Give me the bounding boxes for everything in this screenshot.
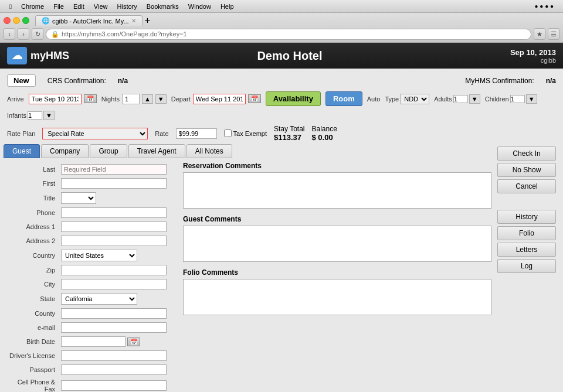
new-tab-btn[interactable]: + xyxy=(145,15,150,26)
tab-company[interactable]: Company xyxy=(41,144,89,158)
folio-btn[interactable]: Folio xyxy=(497,226,556,240)
tab-travel-agent[interactable]: Travel Agent xyxy=(128,144,185,158)
reservation-comments-input[interactable] xyxy=(183,172,491,209)
logo-icon: ☁ xyxy=(7,47,27,64)
adults-input[interactable] xyxy=(453,95,468,103)
nights-stepper-down[interactable]: ▼ xyxy=(155,94,167,104)
settings-btn[interactable]: ☰ xyxy=(548,28,559,40)
drivers-label: Driver's License xyxy=(5,349,57,362)
title-select[interactable]: MrMrsMsDr xyxy=(61,192,96,204)
right-actions-col: Check In No Show Cancel History Folio Le… xyxy=(495,144,559,392)
children-stepper[interactable]: ▼ xyxy=(526,94,537,104)
window-menu[interactable]: Window xyxy=(188,3,211,10)
rate-plan-label: Rate Plan xyxy=(7,130,35,137)
last-label: Last xyxy=(5,163,57,176)
country-label: Country xyxy=(5,248,57,263)
phone-input[interactable] xyxy=(61,207,167,218)
zip-input[interactable] xyxy=(61,265,167,275)
app-name: myHMS xyxy=(30,50,69,62)
no-show-btn[interactable]: No Show xyxy=(497,163,556,177)
guest-comments-block: Guest Comments xyxy=(183,215,491,264)
tax-exempt-label[interactable]: Tax Exempt xyxy=(224,129,267,137)
tab-guest[interactable]: Guest xyxy=(4,144,40,158)
folio-comments-input[interactable] xyxy=(183,279,491,315)
new-btn[interactable]: New xyxy=(7,74,36,87)
children-group: Children ▼ xyxy=(485,94,537,104)
view-menu[interactable]: View xyxy=(94,3,108,10)
first-input[interactable] xyxy=(61,178,167,189)
minimize-window-btn[interactable] xyxy=(13,17,20,24)
city-input[interactable] xyxy=(61,279,167,289)
nights-stepper-up[interactable]: ▲ xyxy=(142,94,153,104)
adults-stepper[interactable]: ▼ xyxy=(469,94,480,104)
availability-btn[interactable]: Availability xyxy=(266,91,321,106)
comments-area: Reservation Comments Guest Comments Foli… xyxy=(183,162,491,392)
edit-menu[interactable]: Edit xyxy=(73,3,84,10)
guest-comments-input[interactable] xyxy=(183,226,491,262)
log-btn[interactable]: Log xyxy=(497,259,556,273)
country-select[interactable]: United States xyxy=(61,250,137,261)
passport-label: Passport xyxy=(5,363,57,376)
last-input[interactable] xyxy=(61,164,167,175)
tab-title: cgibb - AutoClerk Inc. My... xyxy=(52,18,129,25)
forward-btn[interactable]: › xyxy=(18,28,29,40)
tab-close-icon[interactable]: ✕ xyxy=(131,18,136,24)
rate-plan-select[interactable]: Special Rate xyxy=(42,128,148,139)
help-menu[interactable]: Help xyxy=(221,3,234,10)
children-input[interactable] xyxy=(510,95,525,103)
nights-input[interactable] xyxy=(122,94,140,104)
type-group: Type NDD xyxy=(385,94,429,104)
infants-stepper[interactable]: ▼ xyxy=(43,111,55,120)
county-input[interactable] xyxy=(61,308,167,319)
reload-btn[interactable]: ↻ xyxy=(32,28,43,40)
email-input[interactable] xyxy=(61,322,167,333)
bookmarks-menu[interactable]: Bookmarks xyxy=(147,3,179,10)
depart-cal-btn[interactable]: 📅 xyxy=(248,94,261,103)
arrive-cal-btn[interactable]: 📅 xyxy=(84,94,97,103)
letters-btn[interactable]: Letters xyxy=(497,243,556,257)
nights-label: Nights xyxy=(101,96,120,103)
depart-input[interactable] xyxy=(193,94,246,104)
browser-tab[interactable]: 🌐 cgibb - AutoClerk Inc. My... ✕ xyxy=(35,15,143,26)
guest-form-table: Last First Title MrMrsMsDr xyxy=(4,162,179,392)
star-btn[interactable]: ★ xyxy=(534,28,545,40)
file-menu[interactable]: File xyxy=(53,3,64,10)
type-select[interactable]: NDD xyxy=(400,94,429,104)
tab-group[interactable]: Group xyxy=(90,144,127,158)
children-label: Children xyxy=(485,96,509,103)
folio-comments-label: Folio Comments xyxy=(183,268,491,277)
room-btn[interactable]: Room xyxy=(325,91,362,106)
apple-menu[interactable]:  xyxy=(9,3,12,10)
hotel-name: Demo Hotel xyxy=(69,49,510,63)
guest-form: Last First Title MrMrsMsDr xyxy=(4,162,179,392)
url-bar[interactable]: 🔒 https://myhms3.com/OnePage.do?mykey=1 xyxy=(46,29,531,40)
state-label: State xyxy=(5,292,57,306)
nights-group: Nights ▲ ▼ xyxy=(101,94,167,104)
system-icons: ● ● ● ● xyxy=(535,3,554,9)
state-select[interactable]: California xyxy=(61,293,137,305)
tax-exempt-checkbox[interactable] xyxy=(224,129,232,137)
history-btn[interactable]: History xyxy=(497,210,556,224)
rate-input[interactable] xyxy=(176,128,217,139)
address2-input[interactable] xyxy=(61,236,167,246)
check-in-btn[interactable]: Check In xyxy=(497,146,556,161)
address1-input[interactable] xyxy=(61,221,167,232)
conf-bar: New CRS Confirmation: n/a MyHMS Confirma… xyxy=(4,72,559,89)
drivers-input[interactable] xyxy=(61,350,167,361)
mac-topbar:  Chrome File Edit View History Bookmark… xyxy=(0,0,563,13)
passport-input[interactable] xyxy=(61,364,167,375)
close-window-btn[interactable] xyxy=(4,17,11,24)
cancel-btn[interactable]: Cancel xyxy=(497,179,556,193)
arrive-input[interactable] xyxy=(29,94,82,104)
infants-input[interactable] xyxy=(28,111,42,120)
chrome-menu[interactable]: Chrome xyxy=(21,3,44,10)
zip-label: Zip xyxy=(5,264,57,277)
back-btn[interactable]: ‹ xyxy=(4,28,15,40)
stay-total-label: Stay Total $113.37 xyxy=(274,125,304,142)
birthdate-input[interactable] xyxy=(61,336,126,347)
birthdate-cal-btn[interactable]: 📅 xyxy=(127,338,140,346)
cell-input[interactable] xyxy=(61,380,167,391)
history-menu[interactable]: History xyxy=(117,3,137,10)
tab-all-notes[interactable]: All Notes xyxy=(186,144,232,158)
maximize-window-btn[interactable] xyxy=(22,17,29,24)
